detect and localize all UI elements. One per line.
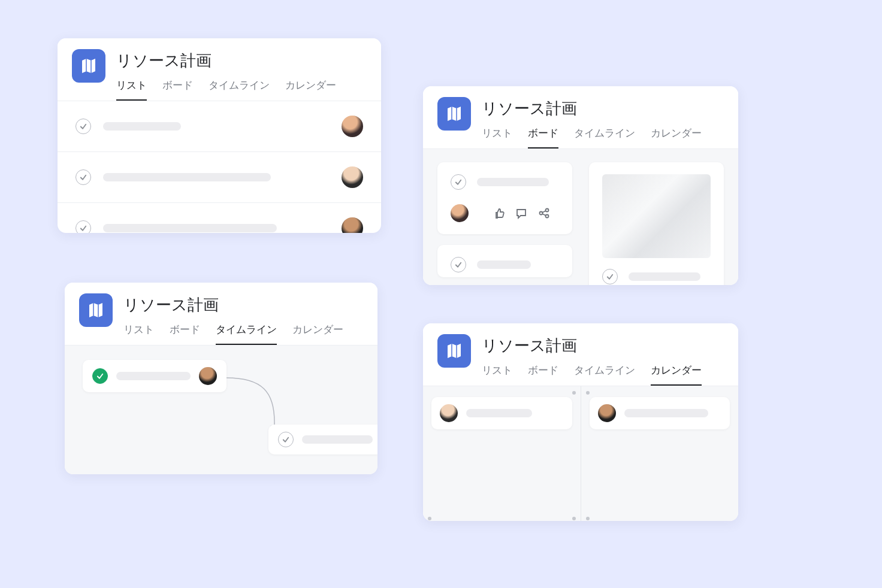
map-icon: [437, 97, 471, 131]
list-view-panel: リソース計画 リスト ボード タイムライン カレンダー: [58, 38, 381, 233]
board-card[interactable]: [437, 162, 572, 234]
calendar-day-column: [423, 386, 581, 521]
task-title-placeholder: [629, 272, 700, 281]
timeline-task[interactable]: [268, 425, 377, 454]
panel-header: リソース計画 リスト ボード タイムライン カレンダー: [423, 86, 738, 149]
avatar[interactable]: [199, 367, 217, 385]
avatar[interactable]: [451, 204, 469, 222]
board-column: [437, 162, 572, 285]
timeline-body: [65, 345, 377, 474]
day-indicator-dot: [586, 517, 590, 520]
card-cover-image: [602, 174, 711, 258]
task-title-placeholder: [624, 409, 708, 417]
avatar[interactable]: [342, 116, 363, 137]
page-title: リソース計画: [116, 50, 367, 71]
list-item[interactable]: [58, 152, 381, 203]
page-title: リソース計画: [482, 335, 724, 356]
tab-timeline[interactable]: タイムライン: [216, 318, 277, 345]
check-icon[interactable]: [602, 269, 618, 284]
avatar[interactable]: [598, 404, 616, 422]
task-title-placeholder: [103, 224, 277, 232]
day-indicator-dot: [428, 517, 431, 520]
timeline-view-panel: リソース計画 リスト ボード タイムライン カレンダー: [65, 283, 377, 474]
avatar[interactable]: [342, 217, 363, 233]
board-view-panel: リソース計画 リスト ボード タイムライン カレンダー: [423, 86, 738, 285]
day-indicator-dot: [586, 391, 590, 395]
tab-calendar[interactable]: カレンダー: [651, 359, 702, 386]
tab-board[interactable]: ボード: [528, 122, 558, 148]
page-title: リソース計画: [482, 98, 724, 119]
tab-bar: リスト ボード タイムライン カレンダー: [482, 122, 724, 148]
check-icon[interactable]: [451, 257, 466, 272]
task-title-placeholder: [116, 372, 191, 380]
panel-header: リソース計画 リスト ボード タイムライン カレンダー: [65, 283, 377, 345]
map-icon: [72, 49, 105, 83]
board-card[interactable]: [589, 162, 724, 285]
speech-bubble-icon[interactable]: [515, 207, 527, 219]
tab-board[interactable]: ボード: [528, 359, 558, 386]
calendar-day-column: [581, 386, 739, 521]
map-icon: [437, 334, 471, 368]
task-title-placeholder: [466, 409, 532, 417]
page-title: リソース計画: [123, 295, 363, 316]
tab-list[interactable]: リスト: [116, 74, 147, 101]
tab-calendar[interactable]: カレンダー: [292, 318, 343, 345]
calendar-task[interactable]: [590, 397, 730, 429]
list-item[interactable]: [58, 101, 381, 152]
tab-calendar[interactable]: カレンダー: [285, 74, 336, 101]
check-icon[interactable]: [278, 432, 294, 447]
board-column: [589, 162, 724, 285]
tab-list[interactable]: リスト: [482, 122, 512, 148]
task-title-placeholder: [477, 178, 549, 186]
share-icon[interactable]: [538, 207, 550, 219]
day-indicator-dot: [572, 517, 576, 520]
check-icon[interactable]: [75, 119, 91, 134]
task-title-placeholder: [302, 435, 373, 444]
tab-calendar[interactable]: カレンダー: [651, 122, 702, 148]
tab-list[interactable]: リスト: [123, 318, 154, 345]
thumbs-up-icon[interactable]: [493, 207, 505, 219]
calendar-task[interactable]: [431, 397, 572, 429]
tab-board[interactable]: ボード: [170, 318, 200, 345]
timeline-task[interactable]: [83, 360, 226, 392]
tab-list[interactable]: リスト: [482, 359, 512, 386]
list-item[interactable]: [58, 203, 381, 233]
task-title-placeholder: [103, 122, 181, 131]
board-card[interactable]: [437, 245, 572, 277]
check-icon[interactable]: [92, 368, 108, 384]
check-icon[interactable]: [75, 169, 91, 185]
map-icon: [79, 293, 113, 327]
tab-timeline[interactable]: タイムライン: [574, 359, 635, 386]
avatar[interactable]: [440, 404, 458, 422]
task-title-placeholder: [103, 173, 271, 181]
tab-bar: リスト ボード タイムライン カレンダー: [482, 359, 724, 386]
tab-timeline[interactable]: タイムライン: [209, 74, 270, 101]
list-body: [58, 101, 381, 233]
check-icon[interactable]: [451, 174, 466, 190]
board-body: [423, 149, 738, 285]
panel-header: リソース計画 リスト ボード タイムライン カレンダー: [58, 38, 381, 101]
tab-timeline[interactable]: タイムライン: [574, 122, 635, 148]
day-indicator-dot: [572, 391, 576, 395]
task-title-placeholder: [477, 260, 531, 269]
calendar-body: [423, 386, 738, 521]
tab-bar: リスト ボード タイムライン カレンダー: [116, 74, 367, 101]
tab-bar: リスト ボード タイムライン カレンダー: [123, 318, 363, 345]
panel-header: リソース計画 リスト ボード タイムライン カレンダー: [423, 323, 738, 386]
tab-board[interactable]: ボード: [162, 74, 193, 101]
check-icon[interactable]: [75, 220, 91, 233]
calendar-view-panel: リソース計画 リスト ボード タイムライン カレンダー: [423, 323, 738, 521]
avatar[interactable]: [342, 166, 363, 188]
